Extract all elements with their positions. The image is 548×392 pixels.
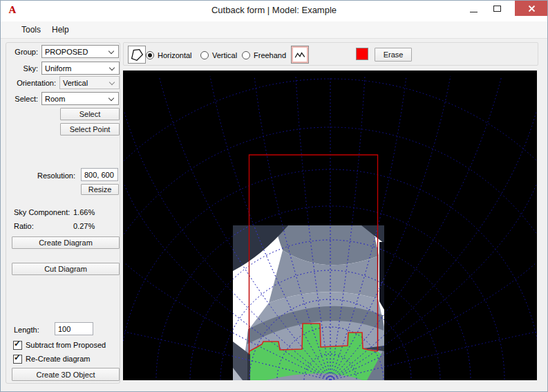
menu-tools[interactable]: Tools [19,25,44,35]
sky-dropdown[interactable]: Uniform [41,62,120,75]
cutback-form-window: A Cutback form | Model: Example Tools He… [0,0,548,392]
checkbox-subtract-from-proposed[interactable]: ✓ Subtract from Proposed [13,341,117,351]
select-point-button[interactable]: Select Point [60,123,120,136]
group-label: Group: [6,48,38,56]
sky-dome-view [123,71,537,380]
checkbox-label: Subtract from Proposed [26,341,106,349]
select-value: Room [45,95,65,103]
erase-button[interactable]: Erase [375,48,412,62]
select-button[interactable]: Select [60,108,120,120]
minimize-icon [470,12,478,12]
radio-vertical[interactable]: Vertical [200,51,242,61]
sky-label: Sky: [6,64,38,73]
close-button[interactable] [515,1,548,16]
chevron-down-icon [108,95,114,101]
menu-bar: Tools Help [1,21,547,39]
checkmark-icon: ✓ [14,339,21,348]
radio-button-icon[interactable] [146,51,154,59]
menu-help[interactable]: Help [49,25,72,35]
sky-component-value: 1.66% [73,208,95,216]
zigzag-icon [292,47,308,62]
skyline-tool-button[interactable] [291,46,309,64]
group-dropdown[interactable]: PROPOSED [41,45,119,58]
orientation-value: Vertical [63,79,88,87]
polygon-tool-button[interactable] [128,46,146,64]
radio-label: Horizontal [158,51,192,59]
radio-dot [148,53,152,57]
chevron-down-icon [109,80,115,85]
radio-button-icon[interactable] [242,51,250,59]
sky-value: Uniform [45,64,72,73]
checkbox-box[interactable]: ✓ [13,341,22,350]
sky-dome-canvas[interactable] [123,71,537,380]
radio-freehand[interactable]: Freehand [242,51,290,61]
checkbox-box[interactable]: ✓ [13,355,22,364]
chevron-down-icon [109,65,115,71]
checkmark-icon: ✓ [14,353,21,362]
orientation-dropdown[interactable]: Vertical [59,76,120,89]
checkbox-recreate-diagram[interactable]: ✓ Re-Create diagram [13,355,117,364]
minimize-button[interactable] [462,1,484,16]
radio-label: Freehand [254,51,286,59]
ratio-value: 0.27% [73,222,95,230]
polygon-icon [129,46,145,63]
create-3d-object-button[interactable]: Create 3D Object [12,368,120,381]
draw-toolbar: Horizontal Vertical Freehand Erase [123,42,538,66]
resize-button[interactable]: Resize [81,184,119,195]
resolution-label: Resolution: [12,171,75,180]
close-icon [528,5,536,12]
select-label: Select: [6,95,38,103]
color-swatch[interactable] [356,48,368,60]
chevron-down-icon [108,48,114,54]
create-diagram-button[interactable]: Create Diagram [12,236,120,249]
checkbox-label: Re-Create diagram [26,355,91,363]
orientation-label: Orientation: [6,79,56,87]
sky-component-label: Sky Component: [14,208,70,216]
radio-horizontal[interactable]: Horizontal [146,51,196,61]
maximize-icon [493,6,501,12]
radio-button-icon[interactable] [200,51,209,59]
rendered-view-inset [233,225,384,380]
cut-diagram-button[interactable]: Cut Diagram [12,263,120,275]
length-label: Length: [14,326,39,334]
title-bar[interactable]: A Cutback form | Model: Example [1,1,547,21]
resolution-input[interactable]: 800, 600 [81,168,118,181]
ratio-label: Ratio: [14,222,34,230]
radio-label: Vertical [212,51,237,59]
maximize-button[interactable] [486,1,508,16]
select-dropdown[interactable]: Room [41,92,119,105]
group-value: PROPOSED [45,48,88,56]
length-input[interactable]: 100 [55,322,93,335]
control-panel-groupbox: Group: PROPOSED Sky: Uniform Orientation… [6,42,120,384]
